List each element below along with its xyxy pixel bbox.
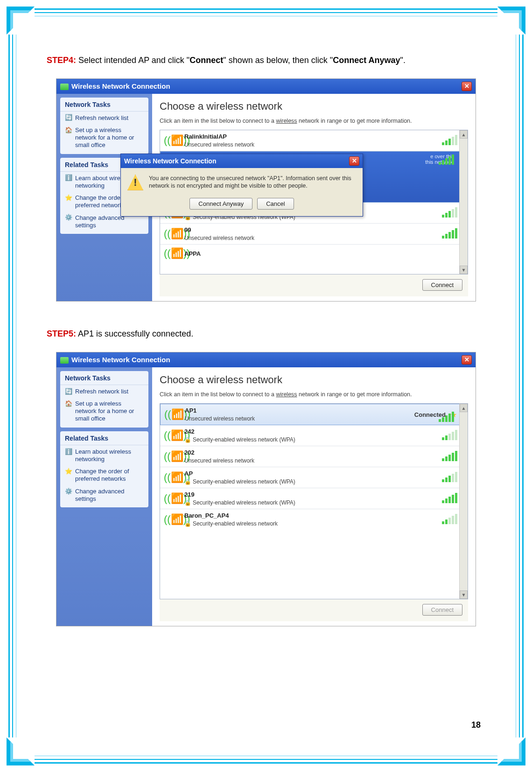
network-security: 🔒Security-enabled wireless network (WPA): [184, 436, 432, 443]
page-number: 18: [471, 720, 481, 730]
star-icon: ⭐: [65, 194, 72, 202]
step5-paragraph: STEP5: AP1 is successfully connected.: [47, 325, 485, 344]
network-name: AP1: [185, 407, 410, 414]
network-name: AP: [184, 470, 432, 477]
setup-icon: 🏠: [65, 126, 72, 134]
dialog-close-button[interactable]: ✕: [349, 156, 359, 166]
wifi-icon: ((📶)): [164, 429, 180, 442]
network-security: 🔒Security-enabled wireless network (WPA): [184, 499, 432, 506]
wifi-icon: ((📶)): [164, 471, 180, 484]
signal-bars-icon: [434, 155, 454, 165]
signal-bars-icon: [434, 413, 454, 422]
refresh-network-list-link[interactable]: 🔄 Refresh network list: [60, 112, 148, 124]
refresh-network-list-link[interactable]: 🔄 Refresh network list: [60, 385, 148, 397]
corner-decoration: [497, 737, 525, 765]
scroll-down-icon[interactable]: ▼: [460, 266, 468, 274]
close-button[interactable]: ✕: [462, 82, 472, 91]
warning-icon: !: [127, 175, 143, 190]
network-name: RalinkInitialAP: [184, 133, 432, 140]
wifi-icon: ((📶)): [164, 408, 180, 421]
setup-wireless-link[interactable]: 🏠 Set up a wireless network for a home o…: [60, 124, 148, 151]
lock-icon: 🔒: [184, 520, 191, 527]
choose-network-subtext: Click an item in the list below to conne…: [160, 117, 468, 126]
lock-icon: 🔒: [184, 499, 191, 506]
network-item-connected[interactable]: ((📶)) AP1 Unsecured wireless network Con…: [160, 404, 468, 425]
close-button[interactable]: ✕: [462, 355, 472, 365]
signal-bars-icon: [437, 515, 457, 524]
step4-connect-anyway-bold: Connect Anyway: [333, 56, 400, 65]
signal-bars-icon: [437, 431, 457, 440]
screenshot-step5: Wireless Network Connection ✕ Network Ta…: [56, 352, 476, 627]
wireless-app-icon: [60, 84, 69, 90]
step4-paragraph: STEP4: Select intended AP and click "Con…: [47, 51, 485, 70]
dialog-title: Wireless Network Connection: [124, 157, 216, 165]
signal-bars-icon: [437, 208, 457, 218]
network-name: APPA: [184, 250, 457, 257]
network-security: Unsecured wireless network: [184, 235, 432, 241]
network-item[interactable]: ((📶)) APPA: [160, 245, 468, 262]
network-name: 219: [184, 491, 432, 498]
step4-connect-bold: Connect: [189, 56, 223, 65]
refresh-icon: 🔄: [65, 114, 72, 122]
network-item[interactable]: ((📶)) RalinkInitialAP Unsecured wireless…: [160, 130, 468, 151]
wifi-icon: ((📶)): [164, 450, 180, 463]
network-security: Unsecured wireless network: [184, 457, 432, 464]
choose-network-heading: Choose a wireless network: [160, 100, 468, 112]
scroll-up-icon[interactable]: ▲: [460, 130, 468, 139]
lock-icon: 🔒: [184, 478, 191, 485]
signal-bars-icon: [437, 452, 457, 461]
scroll-up-icon[interactable]: ▲: [460, 404, 468, 412]
network-name: 99: [184, 226, 432, 233]
window-titlebar: Wireless Network Connection ✕: [56, 352, 476, 367]
warning-dialog: Wireless Network Connection ✕ ! You are …: [120, 154, 363, 217]
window-title: Wireless Network Connection: [71, 82, 170, 90]
network-item[interactable]: ((📶)) 219 🔒Security-enabled wireless net…: [160, 488, 468, 509]
setup-wireless-link[interactable]: 🏠 Set up a wireless network for a home o…: [60, 397, 148, 425]
network-item[interactable]: ((📶)) 99 Unsecured wireless network: [160, 224, 468, 245]
network-tasks-heading: Network Tasks: [60, 98, 148, 112]
choose-network-heading: Choose a wireless network: [160, 374, 468, 386]
network-security: Unsecured wireless network: [184, 141, 432, 148]
scrollbar[interactable]: ▲ ▼: [459, 404, 468, 599]
info-icon: ℹ️: [65, 448, 72, 456]
scrollbar[interactable]: ▲ ▼: [459, 130, 468, 274]
network-security: 🔒Security-enabled wireless network: [184, 520, 432, 527]
window-titlebar: Wireless Network Connection ✕: [56, 79, 476, 94]
wireless-app-icon: [60, 357, 69, 364]
related-tasks-heading: Related Tasks: [60, 431, 148, 445]
connect-anyway-button[interactable]: Connect Anyway: [189, 198, 252, 210]
wifi-icon: ((📶)): [164, 134, 180, 147]
screenshot-step4: Wireless Network Connection ✕ Network Ta…: [56, 78, 476, 302]
network-item[interactable]: ((📶)) 202 Unsecured wireless network: [160, 446, 468, 467]
wifi-icon: ((📶)): [164, 247, 180, 260]
cancel-button[interactable]: Cancel: [257, 198, 294, 210]
corner-decoration: [7, 737, 35, 765]
change-order-link[interactable]: ⭐ Change the order of preferred networks: [60, 465, 148, 485]
window-title: Wireless Network Connection: [71, 356, 170, 364]
connect-button[interactable]: Connect: [422, 279, 462, 291]
scroll-down-icon[interactable]: ▼: [460, 590, 468, 599]
sidebar: Network Tasks 🔄 Refresh network list 🏠 S…: [56, 367, 152, 626]
network-item[interactable]: ((📶)) Baron_PC_AP4 🔒Security-enabled wir…: [160, 509, 468, 530]
signal-bars-icon: [437, 229, 457, 239]
dialog-message: You are connecting to the unsecured netw…: [149, 175, 356, 190]
wifi-icon: ((📶)): [164, 513, 180, 526]
network-list: ((📶)) AP1 Unsecured wireless network Con…: [160, 403, 468, 599]
network-name: 202: [184, 449, 432, 456]
corner-decoration: [497, 7, 525, 35]
main-pane: Choose a wireless network Click an item …: [152, 94, 476, 302]
step4-label: STEP4:: [47, 56, 76, 65]
choose-network-subtext: Click an item in the list below to conne…: [160, 391, 468, 399]
refresh-icon: 🔄: [65, 388, 72, 395]
main-pane: Choose a wireless network Click an item …: [152, 367, 476, 626]
advanced-settings-link[interactable]: ⚙️ Change advanced settings: [60, 485, 148, 505]
star-icon: ⭐: [65, 468, 72, 475]
connect-button[interactable]: Connect: [422, 604, 462, 616]
learn-wireless-link[interactable]: ℹ️ Learn about wireless networking: [60, 445, 148, 465]
setup-icon: 🏠: [65, 400, 72, 407]
network-item[interactable]: ((📶)) AP 🔒Security-enabled wireless netw…: [160, 467, 468, 488]
network-security: Unsecured wireless network: [185, 415, 410, 422]
network-security: 🔒Security-enabled wireless network (WPA): [184, 478, 432, 485]
gear-icon: ⚙️: [65, 488, 72, 495]
network-item[interactable]: ((📶)) 242 🔒Security-enabled wireless net…: [160, 425, 468, 446]
